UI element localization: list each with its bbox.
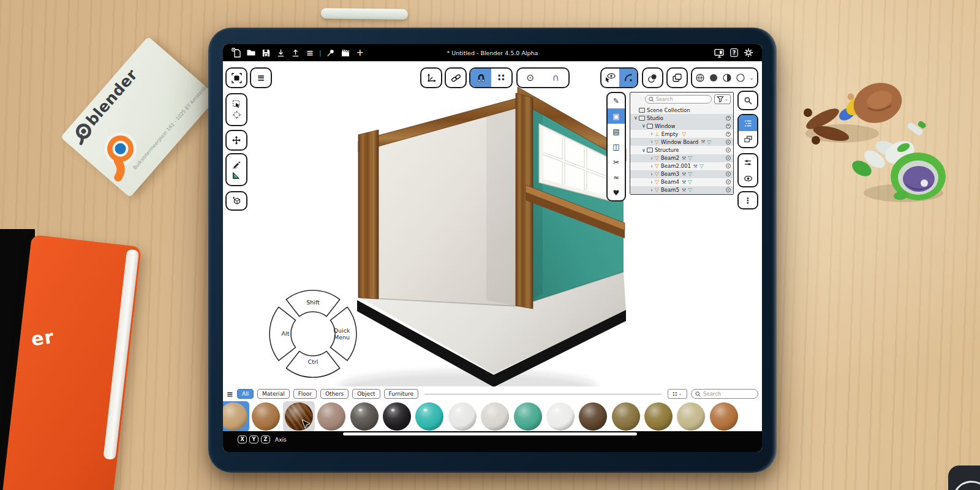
- material-slot-clay-pink[interactable]: [315, 401, 347, 432]
- scissors-icon[interactable]: ✂: [608, 154, 625, 170]
- expand-arrow-icon[interactable]: ›: [649, 164, 655, 169]
- curve-icon[interactable]: ≈: [608, 170, 625, 185]
- visibility-eye-icon[interactable]: [726, 124, 731, 129]
- asset-tab-others[interactable]: Others: [320, 389, 349, 399]
- add-icon[interactable]: +: [353, 48, 368, 58]
- outliner-row[interactable]: ›▽Window Board⚒▽: [630, 138, 733, 146]
- outliner-row[interactable]: ›▽Beam3⚒▽: [630, 170, 733, 178]
- visibility-eye-icon[interactable]: [726, 116, 731, 121]
- expand-arrow-icon[interactable]: ›: [649, 179, 655, 185]
- visibility-eye-icon[interactable]: [726, 156, 731, 160]
- visibility-eye-icon[interactable]: [726, 172, 731, 176]
- asset-shelf-scrollbar[interactable]: [343, 432, 637, 435]
- asset-shelf-menu-icon[interactable]: ≡: [227, 390, 233, 399]
- overlays-button[interactable]: [642, 67, 663, 88]
- import-icon[interactable]: [273, 48, 288, 58]
- display-icon[interactable]: [714, 48, 725, 58]
- shading-material-icon[interactable]: [722, 73, 732, 83]
- viewport-menu-button[interactable]: ≡: [250, 67, 272, 88]
- expand-arrow-icon[interactable]: ›: [649, 139, 655, 145]
- settings-gear-icon[interactable]: [744, 48, 753, 58]
- axis-y-button[interactable]: Y: [249, 435, 258, 443]
- asset-tab-floor[interactable]: Floor: [293, 389, 317, 399]
- visibility-eye-icon[interactable]: [726, 132, 731, 137]
- add-cube-tool-button[interactable]: [225, 191, 247, 211]
- material-slot-teal-gloss[interactable]: [413, 401, 445, 432]
- gizmo-active-button[interactable]: [619, 69, 637, 87]
- collapse-arrow-icon[interactable]: ∨: [633, 115, 639, 121]
- material-slot-walnut-dark[interactable]: [577, 401, 609, 432]
- axis-x-button[interactable]: X: [238, 435, 247, 443]
- collections-toggle[interactable]: [739, 131, 757, 147]
- move-tool-button[interactable]: [225, 130, 247, 151]
- expand-arrow-icon[interactable]: ›: [649, 187, 655, 193]
- chevron-down-icon[interactable]: ⌄: [749, 75, 754, 81]
- brush-icon[interactable]: ✎: [608, 93, 625, 108]
- material-slot-parquet-herringbone[interactable]: [283, 401, 315, 432]
- physics-icon[interactable]: ♥: [608, 185, 625, 200]
- display-mode-button[interactable]: ∷ ⌄: [668, 389, 687, 399]
- transform-orientation-button[interactable]: [420, 67, 442, 88]
- asset-search-input[interactable]: Search: [691, 389, 758, 399]
- expand-arrow-icon[interactable]: ›: [649, 131, 655, 137]
- outliner-row[interactable]: ›⊥Empty▽: [630, 130, 733, 138]
- visibility-button[interactable]: [739, 170, 757, 186]
- visibility-eye-icon[interactable]: [726, 179, 731, 184]
- outliner-row[interactable]: ›▽Beam2.001⚒▽: [630, 162, 733, 170]
- outliner-filter-button[interactable]: ⌄: [714, 94, 731, 104]
- material-slot-white-gloss[interactable]: [447, 401, 478, 432]
- clapper-icon[interactable]: ▤: [608, 124, 625, 139]
- open-folder-icon[interactable]: [244, 48, 258, 58]
- pin-icon[interactable]: [323, 48, 338, 58]
- show-gizmo-button[interactable]: [601, 69, 619, 87]
- save-icon[interactable]: [258, 48, 273, 58]
- search-button[interactable]: [737, 91, 758, 110]
- link-button[interactable]: [445, 67, 467, 88]
- material-slot-white-shiny[interactable]: [545, 401, 576, 432]
- select-tool-button[interactable]: [225, 93, 247, 126]
- material-slot-oak-light[interactable]: [223, 401, 249, 432]
- shading-wireframe-icon[interactable]: [695, 73, 705, 83]
- collapse-arrow-icon[interactable]: ∨: [641, 123, 647, 129]
- menu-icon[interactable]: ≡: [303, 48, 317, 58]
- visibility-eye-icon[interactable]: [726, 148, 731, 153]
- outliner-row[interactable]: ∨Window: [630, 122, 733, 130]
- material-slot-metal-dark[interactable]: [349, 401, 380, 432]
- clapperboard-icon[interactable]: [338, 48, 353, 58]
- expand-arrow-icon[interactable]: ›: [649, 172, 655, 177]
- outliner-row[interactable]: ›▽Beam4⚒▽: [630, 178, 733, 186]
- snap-toggle-button[interactable]: [470, 69, 491, 87]
- outliner-row[interactable]: Scene Collection: [630, 106, 733, 114]
- fullscreen-button[interactable]: [225, 67, 247, 88]
- outliner-row[interactable]: ›▽Beam2⚒▽: [630, 154, 733, 162]
- help-icon[interactable]: ?: [730, 48, 738, 57]
- visibility-eye-icon[interactable]: [726, 140, 731, 145]
- outliner-row[interactable]: ∨Studio: [630, 114, 733, 122]
- outliner-row[interactable]: ›▽Beam5⚒▽: [630, 186, 733, 194]
- asset-tab-material[interactable]: Material: [257, 389, 290, 399]
- image-icon[interactable]: ▣: [608, 108, 625, 124]
- asset-tab-furniture[interactable]: Furniture: [384, 389, 418, 399]
- collapse-arrow-icon[interactable]: ∨: [641, 148, 647, 153]
- asset-tab-object[interactable]: Object: [352, 389, 380, 399]
- material-slot-wood-orange[interactable]: [708, 401, 740, 432]
- shading-solid-icon[interactable]: [709, 73, 718, 83]
- outliner-row[interactable]: ∨Structure: [630, 146, 733, 154]
- shading-rendered-icon[interactable]: [736, 73, 745, 83]
- more-options-button[interactable]: ⋮: [737, 191, 758, 209]
- visibility-eye-icon[interactable]: [726, 187, 731, 192]
- export-icon[interactable]: [288, 48, 303, 58]
- axis-z-button[interactable]: Z: [261, 435, 270, 443]
- visibility-eye-icon[interactable]: [726, 164, 731, 168]
- expand-arrow-icon[interactable]: ›: [649, 156, 655, 161]
- annotate-measure-tool-button[interactable]: [225, 153, 247, 186]
- snap-grid-button[interactable]: ∷: [491, 69, 512, 87]
- filter-sliders-button[interactable]: [739, 154, 757, 170]
- material-slot-white-matte[interactable]: [479, 401, 511, 432]
- outliner-search-input[interactable]: Search: [645, 95, 712, 104]
- proportional-edit-button[interactable]: ⊙: [518, 69, 543, 87]
- material-slot-black-gloss[interactable]: [381, 401, 413, 432]
- falloff-curve-button[interactable]: ∩: [543, 69, 569, 87]
- material-slot-teal-matte[interactable]: [512, 401, 544, 432]
- outliner-tree-toggle[interactable]: [739, 115, 757, 131]
